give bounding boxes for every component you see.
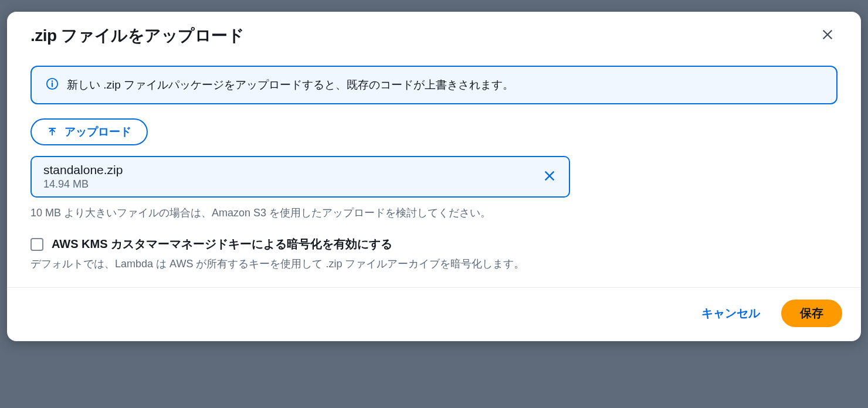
info-text: 新しい .zip ファイルパッケージをアップロードすると、既存のコードが上書きさ… bbox=[67, 77, 514, 93]
kms-help-text: デフォルトでは、Lambda は AWS が所有するキーを使用して .zip フ… bbox=[30, 257, 838, 271]
close-icon bbox=[821, 28, 834, 41]
remove-file-button[interactable] bbox=[540, 166, 560, 188]
svg-point-4 bbox=[52, 80, 53, 82]
file-size: 14.94 MB bbox=[43, 178, 123, 191]
file-info: standalone.zip 14.94 MB bbox=[43, 163, 123, 191]
upload-button-label: アップロード bbox=[65, 124, 131, 140]
info-icon bbox=[46, 77, 59, 93]
upload-icon bbox=[47, 127, 57, 137]
cancel-button[interactable]: キャンセル bbox=[693, 301, 768, 326]
file-name: standalone.zip bbox=[43, 163, 123, 177]
kms-checkbox[interactable] bbox=[30, 238, 43, 251]
modal-footer: キャンセル 保存 bbox=[7, 287, 861, 341]
modal-header: .zip ファイルをアップロード bbox=[7, 12, 861, 47]
modal-title: .zip ファイルをアップロード bbox=[30, 25, 244, 47]
info-alert: 新しい .zip ファイルパッケージをアップロードすると、既存のコードが上書きさ… bbox=[30, 66, 838, 104]
modal-body: 新しい .zip ファイルパッケージをアップロードすると、既存のコードが上書きさ… bbox=[7, 47, 861, 287]
kms-row: AWS KMS カスタマーマネージドキーによる暗号化を有効にする bbox=[30, 236, 838, 252]
size-help-text: 10 MB より大きいファイルの場合は、Amazon S3 を使用したアップロー… bbox=[30, 206, 838, 220]
upload-button[interactable]: アップロード bbox=[30, 118, 148, 145]
save-button[interactable]: 保存 bbox=[781, 300, 842, 327]
selected-file: standalone.zip 14.94 MB bbox=[30, 156, 570, 198]
close-icon bbox=[543, 169, 556, 182]
upload-zip-modal: .zip ファイルをアップロード 新しい .zip ファイルパッケージをアップロ… bbox=[7, 12, 861, 341]
close-button[interactable] bbox=[818, 25, 838, 45]
kms-label[interactable]: AWS KMS カスタマーマネージドキーによる暗号化を有効にする bbox=[52, 236, 392, 252]
